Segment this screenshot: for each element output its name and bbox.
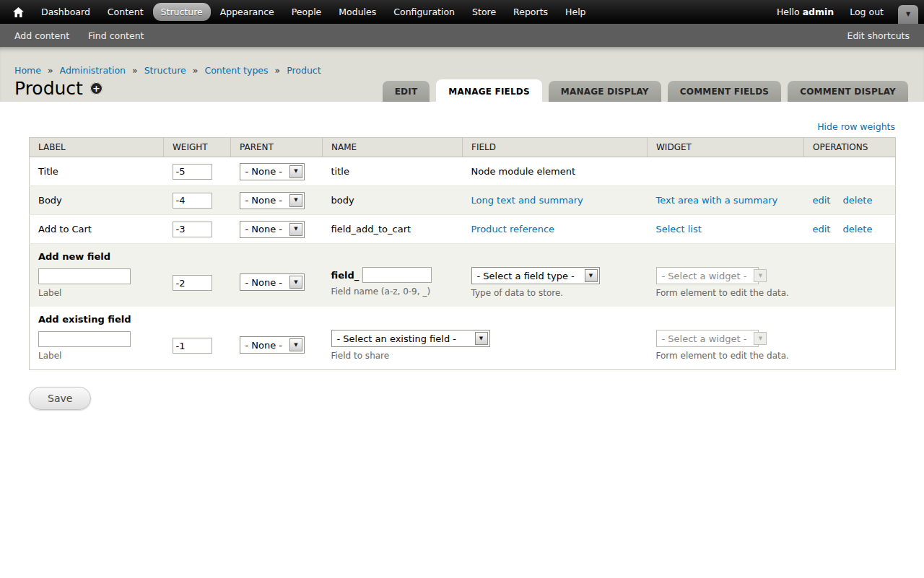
col-header-field: FIELD <box>463 138 648 157</box>
add-shortcut-icon[interactable]: + <box>90 82 103 95</box>
primary-tabs: EDIT MANAGE FIELDS MANAGE DISPLAY COMMEN… <box>383 79 908 102</box>
table-row-title: Title - None - ▼ title Node module eleme… <box>30 157 896 186</box>
new-field-parent-select[interactable]: - None - ▼ <box>240 273 305 291</box>
menu-item-appearance[interactable]: Appearance <box>212 3 282 21</box>
select-arrow-icon: ▼ <box>475 332 488 345</box>
col-header-weight: WEIGHT <box>164 138 231 157</box>
select-arrow-icon: ▼ <box>289 276 302 289</box>
save-button[interactable]: Save <box>29 387 91 410</box>
menu-item-configuration[interactable]: Configuration <box>385 3 463 21</box>
table-row-body: Body - None - ▼ body Long text and summa… <box>30 186 896 215</box>
menu-item-reports[interactable]: Reports <box>505 3 556 21</box>
page-header: Home » Administration » Structure » Cont… <box>0 47 924 102</box>
new-field-label-input[interactable] <box>38 268 131 284</box>
field-type-select[interactable]: - Select a field type - ▼ <box>471 267 600 284</box>
widget-select-disabled: - Select a widget - ▼ <box>656 330 759 347</box>
existing-field-parent-select[interactable]: - None - ▼ <box>240 336 305 354</box>
breadcrumb-administration[interactable]: Administration <box>60 65 126 76</box>
existing-field-weight-input[interactable] <box>173 338 212 354</box>
toolbar-toggle-button[interactable]: ▼ <box>898 5 918 24</box>
add-new-field-title: Add new field <box>38 251 155 262</box>
field-label: Add to Cart <box>30 215 164 244</box>
add-new-field-row: Add new field Label - None - ▼ field_ <box>30 244 896 307</box>
parent-select-title[interactable]: - None - ▼ <box>240 163 305 180</box>
col-header-name: NAME <box>323 138 463 157</box>
tab-edit[interactable]: EDIT <box>383 81 430 102</box>
shortcut-find-content[interactable]: Find content <box>88 30 144 41</box>
parent-select-add-to-cart[interactable]: - None - ▼ <box>240 221 305 238</box>
main-content: Hide row weights LABEL WEIGHT PARENT NAM… <box>0 102 924 410</box>
field-machine-name: title <box>323 157 463 186</box>
edit-shortcuts-link[interactable]: Edit shortcuts <box>847 30 910 41</box>
field-type-description: Type of data to store. <box>471 288 639 298</box>
field-name-description: Field name (a-z, 0-9, _) <box>331 286 454 297</box>
edit-link-body[interactable]: edit <box>813 195 843 206</box>
manage-fields-table: LABEL WEIGHT PARENT NAME FIELD WIDGET OP… <box>29 137 896 370</box>
widget-link[interactable]: Text area with a summary <box>656 195 778 206</box>
page-title: Product <box>14 79 83 97</box>
breadcrumb-home[interactable]: Home <box>14 65 41 76</box>
menu-item-help[interactable]: Help <box>557 3 594 21</box>
shortcut-add-content[interactable]: Add content <box>14 30 69 41</box>
col-header-widget: WIDGET <box>648 138 804 157</box>
widget-link[interactable]: Select list <box>656 224 702 235</box>
home-icon[interactable] <box>13 7 24 17</box>
breadcrumb-structure[interactable]: Structure <box>144 65 186 76</box>
edit-link-add-to-cart[interactable]: edit <box>813 224 843 235</box>
field-machine-name: field_add_to_cart <box>323 215 463 244</box>
select-arrow-icon: ▼ <box>754 269 767 282</box>
col-header-label: LABEL <box>30 138 164 157</box>
breadcrumb: Home » Administration » Structure » Cont… <box>0 47 924 76</box>
menu-item-dashboard[interactable]: Dashboard <box>33 3 98 21</box>
delete-link-body[interactable]: delete <box>843 195 873 206</box>
field-type-link[interactable]: Product reference <box>471 224 555 235</box>
new-field-name-input[interactable] <box>362 267 432 283</box>
select-arrow-icon: ▼ <box>754 332 767 345</box>
field-label: Title <box>30 157 164 186</box>
table-header-row: LABEL WEIGHT PARENT NAME FIELD WIDGET OP… <box>30 138 896 157</box>
parent-select-body[interactable]: - None - ▼ <box>240 192 305 209</box>
tab-comment-display[interactable]: COMMENT DISPLAY <box>788 81 908 102</box>
col-header-parent: PARENT <box>231 138 323 157</box>
menu-item-store[interactable]: Store <box>464 3 504 21</box>
chevron-down-icon: ▼ <box>906 12 910 17</box>
menu-item-modules[interactable]: Modules <box>331 3 384 21</box>
weight-input-title[interactable] <box>173 164 212 180</box>
field-type-text: Node module element <box>463 157 648 186</box>
select-arrow-icon: ▼ <box>289 165 302 178</box>
menu-item-content[interactable]: Content <box>100 3 152 21</box>
tab-comment-fields[interactable]: COMMENT FIELDS <box>668 81 781 102</box>
widget-description: Form element to edit the data. <box>656 351 796 361</box>
new-field-weight-input[interactable] <box>173 275 212 291</box>
delete-link-add-to-cart[interactable]: delete <box>843 224 873 235</box>
operations-cell <box>804 157 896 186</box>
field-type-link[interactable]: Long text and summary <box>471 195 583 206</box>
field-label: Body <box>30 186 164 215</box>
shortcuts-bar: Add content Find content Edit shortcuts <box>0 24 924 47</box>
breadcrumb-content-types[interactable]: Content types <box>204 65 268 76</box>
menu-item-people[interactable]: People <box>284 3 330 21</box>
logout-link[interactable]: Log out <box>850 6 884 17</box>
user-greeting: Hello admin <box>777 6 834 17</box>
breadcrumb-product[interactable]: Product <box>287 65 321 76</box>
add-existing-field-title: Add existing field <box>38 314 155 325</box>
weight-input-body[interactable] <box>173 193 212 209</box>
field-machine-name: body <box>323 186 463 215</box>
hide-row-weights-link[interactable]: Hide row weights <box>817 121 895 132</box>
toolbar-menu: Dashboard Content Structure Appearance P… <box>32 3 595 21</box>
existing-field-select[interactable]: - Select an existing field - ▼ <box>331 330 490 347</box>
col-header-operations: OPERATIONS <box>804 138 896 157</box>
widget-select-disabled: - Select a widget - ▼ <box>656 267 759 284</box>
menu-item-structure[interactable]: Structure <box>153 3 211 21</box>
table-row-add-to-cart: Add to Cart - None - ▼ field_add_to_cart… <box>30 215 896 244</box>
select-arrow-icon: ▼ <box>289 194 302 207</box>
weight-input-add-to-cart[interactable] <box>173 222 212 237</box>
existing-field-label-input[interactable] <box>38 331 131 347</box>
existing-field-description: Field to share <box>331 351 639 361</box>
operations-cell: editdelete <box>804 215 896 244</box>
tab-manage-display[interactable]: MANAGE DISPLAY <box>549 81 661 102</box>
select-arrow-icon: ▼ <box>289 223 302 236</box>
tab-manage-fields[interactable]: MANAGE FIELDS <box>436 79 542 102</box>
widget-text <box>648 157 804 186</box>
label-description: Label <box>38 351 155 361</box>
